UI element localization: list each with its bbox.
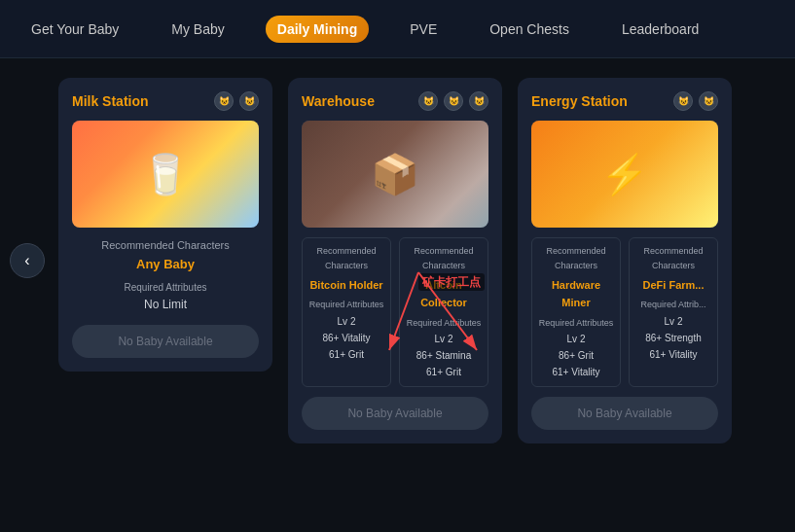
milk-req-label: Required Attributes: [72, 280, 259, 296]
en-col1-rec-name: Hardware Miner: [536, 276, 616, 312]
energy-station-title: Energy Station: [531, 93, 628, 109]
nav-open-chests[interactable]: Open Chests: [478, 16, 581, 43]
nav-leaderboard[interactable]: Leaderboard: [610, 16, 710, 43]
en-col1-rec-label: Recommended Characters: [536, 244, 616, 274]
milk-station-icons: 😺 😺: [214, 91, 259, 111]
warehouse-image: [302, 121, 488, 228]
energy-no-baby-button[interactable]: No Baby Available: [531, 397, 718, 430]
wh-col2-req-label: Required Attributes: [404, 316, 484, 331]
warehouse-icon-2: 😺: [444, 91, 463, 111]
nav-daily-mining[interactable]: Daily Mining: [266, 16, 369, 43]
milk-station-image: [72, 121, 259, 228]
wh-col1-val2: 86+ Vitality: [307, 330, 386, 346]
wh-col1-val3: 61+ Grit: [307, 346, 386, 363]
nav-pve[interactable]: PVE: [398, 16, 449, 43]
milk-req-value: No Limit: [72, 296, 259, 314]
energy-col-2: Recommended Characters DeFi Farm... Requ…: [629, 237, 718, 387]
warehouse-icon-3: 😺: [469, 91, 488, 111]
card-warehouse: Warehouse 😺 😺 😺 Recommended Characters B…: [288, 78, 502, 443]
warehouse-title: Warehouse: [302, 93, 375, 109]
warehouse-no-baby-button[interactable]: No Baby Available: [302, 397, 488, 430]
en-col2-val2: 86+ Strength: [633, 330, 713, 346]
milk-icon-1: 😺: [214, 91, 234, 111]
milk-rec-label: Recommended Characters: [101, 239, 229, 251]
en-col2-req-label: Required Attrib...: [633, 298, 713, 312]
wh-col1-rec-name: Bitcoin Holder: [307, 276, 386, 295]
en-col1-val1: Lv 2: [536, 331, 616, 347]
wh-col1-req-label: Required Attributes: [307, 298, 386, 312]
energy-station-icons: 😺 😺: [673, 91, 718, 111]
nav-my-baby[interactable]: My Baby: [160, 16, 235, 43]
energy-icon-1: 😺: [673, 91, 693, 111]
warehouse-col-2: Recommended Characters Altcoin Collector…: [399, 237, 488, 387]
energy-col-1: Recommended Characters Hardware Miner Re…: [531, 237, 621, 387]
en-col1-req-label: Required Attributes: [536, 316, 616, 331]
energy-station-image: [531, 121, 718, 228]
nav-get-your-baby[interactable]: Get Your Baby: [19, 16, 130, 43]
wh-col1-val1: Lv 2: [307, 313, 386, 330]
milk-station-info: Recommended Characters Any Baby Required…: [72, 237, 259, 315]
milk-icon-2: 😺: [239, 91, 259, 111]
prev-arrow[interactable]: ‹: [10, 243, 45, 278]
main-content: ‹ Milk Station 😺 😺 Recommended Character…: [0, 58, 795, 463]
wh-col1-rec-label: Recommended Characters: [307, 244, 386, 274]
milk-rec-value: Any Baby: [72, 255, 259, 275]
en-col1-val2: 86+ Grit: [536, 347, 616, 364]
wh-col2-val1: Lv 2: [404, 331, 484, 347]
en-col2-val3: 61+ Vitality: [633, 346, 713, 363]
wh-col2-val3: 61+ Grit: [404, 364, 484, 380]
card-energy-station: Energy Station 😺 😺 Recommended Character…: [518, 78, 732, 443]
card-milk-station: Milk Station 😺 😺 Recommended Characters …: [58, 78, 272, 372]
milk-station-title: Milk Station: [72, 93, 149, 109]
wh-col2-rec-label: Recommended Characters: [404, 244, 484, 274]
en-col2-val1: Lv 2: [633, 313, 713, 330]
warehouse-icons: 😺 😺 😺: [418, 91, 488, 111]
en-col2-rec-label: Recommended Characters: [633, 244, 713, 274]
milk-no-baby-button[interactable]: No Baby Available: [72, 325, 259, 358]
energy-icon-2: 😺: [699, 91, 718, 111]
warehouse-icon-1: 😺: [418, 91, 438, 111]
warehouse-col-1: Recommended Characters Bitcoin Holder Re…: [302, 237, 391, 387]
navigation: Get Your Baby My Baby Daily Mining PVE O…: [0, 0, 795, 58]
energy-cols: Recommended Characters Hardware Miner Re…: [531, 237, 718, 387]
en-col1-val3: 61+ Vitality: [536, 364, 616, 380]
wh-col2-val2: 86+ Stamina: [404, 347, 484, 364]
warehouse-cols: Recommended Characters Bitcoin Holder Re…: [302, 237, 488, 387]
wh-col2-rec-name: Altcoin Collector: [404, 276, 484, 312]
en-col2-rec-name: DeFi Farm...: [633, 276, 713, 295]
